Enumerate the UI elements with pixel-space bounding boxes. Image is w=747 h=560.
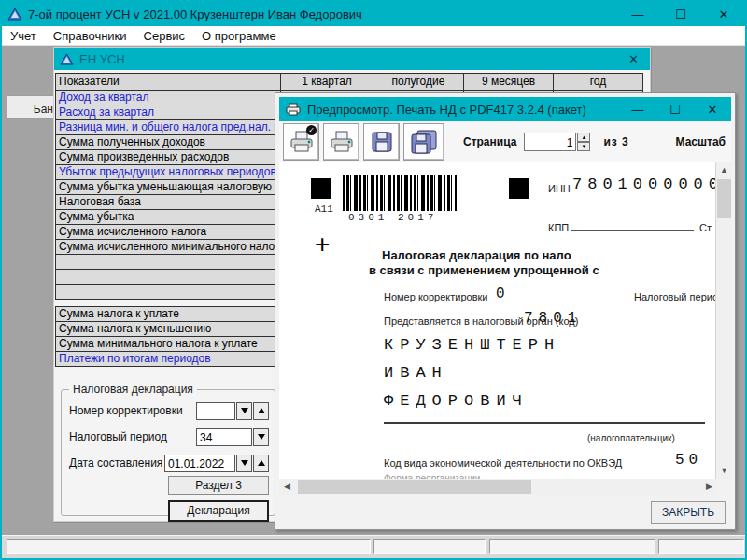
column-header: 1 квартал [280,73,374,91]
barcode-caption: 0301 2017 [348,212,437,223]
correction-number-label: Номер корректировки [69,404,183,417]
status-bar [2,535,745,558]
indicator-cell[interactable]: Сумма полученных доходов [55,134,281,150]
scroll-left-icon[interactable]: ◀ [279,479,295,495]
menu-item-1[interactable]: Справочники [45,29,135,43]
spin-down-button[interactable] [236,455,252,472]
save-all-button[interactable] [403,123,444,161]
menu-item-3[interactable]: О программе [193,29,285,43]
indicator-cell[interactable] [55,284,281,300]
maximize-button[interactable]: ☐ [656,103,694,117]
okved-label: Код вида экономической деятельности по О… [384,457,622,469]
authority-value: 7801 [524,310,582,327]
close-icon[interactable]: ✕ [628,52,639,66]
tax-period-field[interactable]: 34 [196,428,252,446]
page-of-label: из 3 [603,135,628,148]
preview-titlebar[interactable]: Предпросмотр. Печать НД с PDF417 3.2.4 (… [279,97,731,121]
correction-number-field[interactable] [196,402,235,420]
main-window-title: 7-ой процент УСН v 2021.00 Крузенштерн И… [28,7,362,21]
declaration-button[interactable]: Декларация [168,500,269,522]
close-button[interactable]: ✕ [694,103,731,117]
page-number-field[interactable]: 1 [524,133,576,151]
scale-label: Масштаб [676,135,726,148]
status-panel [7,539,371,554]
indicator-cell[interactable] [55,254,281,270]
main-window: 7-ой процент УСН v 2021.00 Крузенштерн И… [0,0,747,560]
page-spinner[interactable]: ▲ ▼ [577,133,590,151]
indicator-cell[interactable]: Разница мин. и общего налога пред.нал. п… [55,119,281,135]
scroll-down-icon[interactable]: ▼ [716,463,732,479]
section3-button[interactable]: Раздел 3 [168,476,269,495]
status-panel [658,539,744,554]
spin-down-button[interactable] [236,402,252,420]
usn-titlebar[interactable]: ЕН УСН ✕ [54,48,650,70]
indicator-cell[interactable]: Сумма произведенных расходов [55,149,281,165]
signature-line [384,422,705,424]
indicator-cell[interactable]: Расход за квартал [55,105,281,120]
registration-mark [509,178,529,199]
taxpayer-name-line: ИВАН [384,364,448,382]
preview-footer: ЗАКРЫТЬ [279,495,731,525]
maximize-button[interactable]: ☐ [659,7,702,21]
close-preview-button[interactable]: ЗАКРЫТЬ [651,501,726,524]
column-header: полугодие [373,73,464,91]
taxpayer-name-line: ФЕДОРОВИЧ [384,392,529,410]
barcode-code: A11 [315,203,333,215]
close-button[interactable]: ✕ [702,7,745,21]
indicator-cell[interactable]: Сумма налога к уменьшению [55,321,281,337]
dropdown-button[interactable] [253,428,269,446]
column-header: год [553,73,643,91]
scrollbar-thumb[interactable] [298,480,531,494]
spin-up-button[interactable]: ▲ [577,133,590,142]
taxpayer-note: (налогоплательщик) [587,433,675,443]
compose-date-label: Дата составления [69,456,162,469]
compose-date-field[interactable]: 01.01.2022 [164,455,235,472]
bank-toolbar-button[interactable]: Бан [7,95,56,119]
indicator-cell[interactable]: Убыток предыдущих налоговых периодов [55,164,281,180]
indicator-cell[interactable]: Сумма исчисленного налога [55,224,281,240]
correction-value: 0 [496,286,505,302]
indicator-cell[interactable] [55,269,281,285]
menu-item-0[interactable]: Учет [2,29,45,43]
indicator-cell[interactable]: Сумма исчисленного минимального налога [55,239,281,255]
indicator-cell[interactable]: Сумма убытка уменьшающая налоговую базу [55,179,281,195]
menu-bar: УчетСправочникиСервисО программе [2,26,745,46]
declaration-groupbox: Налоговая декларация Номер корректировки… [61,389,275,516]
indicator-cell[interactable]: Платежи по итогам периодов [55,351,281,367]
check-icon: ✓ [306,125,317,135]
inn-label: ИНН [548,183,571,194]
minimize-button[interactable]: — [619,103,656,117]
indicator-cell[interactable]: Сумма минимального налога к уплате [55,336,281,352]
document-preview-page: A11 0301 2017 ИНН 7801000000 КПП Ст + На… [279,162,717,479]
spin-up-button[interactable] [253,455,269,472]
registration-mark [311,178,331,199]
crosshair-mark: + [315,230,330,259]
app-triangle-icon [7,7,22,21]
print-current-button[interactable]: ✓ [283,123,319,161]
kpp-line [571,230,694,231]
scroll-up-icon[interactable]: ▲ [716,162,732,178]
horizontal-scrollbar[interactable]: ◀ ▶ [279,479,717,495]
scroll-right-icon[interactable]: ▶ [701,479,717,495]
spin-down-button[interactable]: ▼ [577,142,590,151]
correction-label: Номер корректировки [384,291,487,302]
document-title-line1: Налоговая декларация по нало [382,248,571,262]
indicator-cell[interactable]: Сумма убытка [55,209,281,225]
minimize-button[interactable]: — [616,7,659,21]
printer-icon [286,103,301,116]
column-header: Показатели [55,73,281,91]
spin-up-button[interactable] [253,402,269,420]
scrollbar-thumb[interactable] [717,179,731,218]
vertical-scrollbar[interactable]: ▲ ▼ [715,162,731,479]
barcode [343,175,457,211]
menu-item-2[interactable]: Сервис [135,29,194,43]
usn-window-title: ЕН УСН [79,52,125,66]
indicator-cell[interactable]: Сумма налога к уплате [55,306,281,322]
indicator-cell[interactable]: Доход за квартал [55,90,281,105]
kpp-label: КПП [548,222,569,233]
tax-period-label: Налоговый период [69,430,167,443]
save-all-icon [409,129,439,155]
save-button[interactable] [363,123,400,161]
print-button[interactable] [323,123,359,161]
indicator-cell[interactable]: Налоговая база [55,194,281,210]
